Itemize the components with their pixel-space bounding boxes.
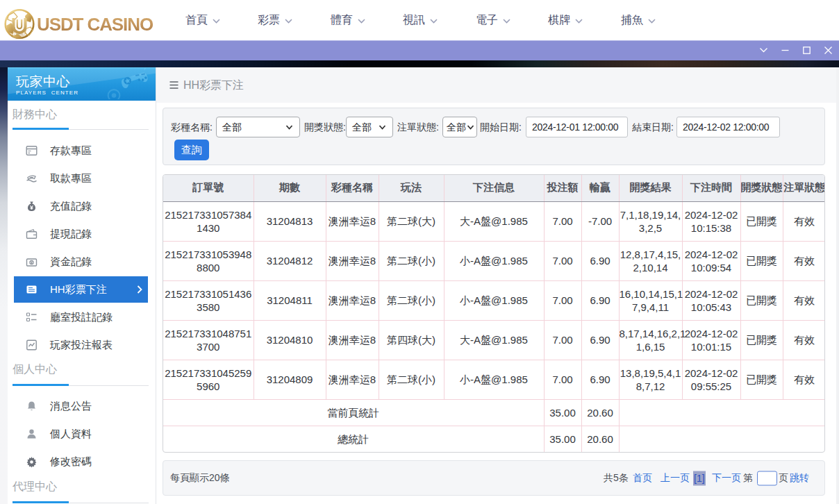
svg-text:CASINO: CASINO	[14, 33, 26, 36]
